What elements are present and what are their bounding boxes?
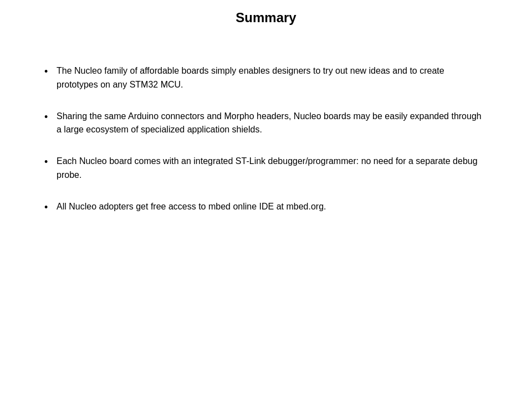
list-item: •All Nucleo adopters get free access to …	[44, 200, 488, 216]
bullet-dot-icon: •	[44, 64, 57, 80]
list-item: •Sharing the same Arduino connectors and…	[44, 110, 488, 137]
list-item: •The Nucleo family of affordable boards …	[44, 64, 488, 92]
bullet-text-2: Sharing the same Arduino connectors and …	[57, 110, 488, 137]
bullet-dot-icon: •	[44, 155, 57, 170]
bullet-text-3: Each Nucleo board comes with an integrat…	[57, 155, 488, 182]
bullet-dot-icon: •	[44, 200, 57, 216]
page-container: Summary •The Nucleo family of affordable…	[0, 0, 532, 399]
list-item: •Each Nucleo board comes with an integra…	[44, 155, 488, 182]
bullet-text-1: The Nucleo family of affordable boards s…	[57, 64, 488, 92]
bullet-list: •The Nucleo family of affordable boards …	[44, 64, 488, 216]
page-title: Summary	[0, 0, 532, 31]
content-area: •The Nucleo family of affordable boards …	[0, 31, 532, 255]
bullet-dot-icon: •	[44, 110, 57, 125]
bullet-text-4: All Nucleo adopters get free access to m…	[57, 200, 488, 214]
